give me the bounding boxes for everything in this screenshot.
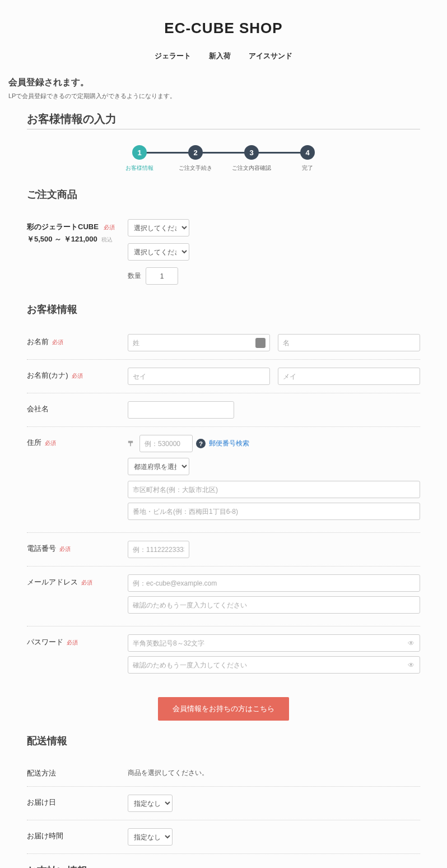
- postal-search-link[interactable]: 郵便番号検索: [209, 439, 249, 448]
- login-button[interactable]: 会員情報をお持ちの方はこちら: [158, 697, 289, 721]
- step-number: 4: [300, 145, 315, 160]
- step-label: ご注文手続き: [167, 164, 224, 172]
- postal-input[interactable]: [139, 435, 193, 452]
- nav-item[interactable]: アイスサンド: [249, 51, 292, 61]
- section-payment-title: お支払い情報: [27, 864, 420, 868]
- nav-item[interactable]: 新入荷: [209, 51, 231, 61]
- delivery-date-label: お届け日: [27, 797, 56, 807]
- help-icon[interactable]: ?: [196, 439, 206, 448]
- product-option-2-select[interactable]: 選択してください: [128, 243, 189, 261]
- eye-icon[interactable]: 👁: [408, 639, 415, 647]
- section-delivery-title: 配送情報: [27, 734, 420, 748]
- top-message-title: 会員登録されます。: [8, 77, 439, 89]
- page-title: お客様情報の入力: [27, 112, 420, 127]
- delivery-method-text: 商品を選択してください。: [128, 765, 420, 778]
- step-label: お客様情報: [111, 164, 167, 172]
- step-1: 1 お客様情報: [111, 145, 167, 172]
- kana-first-input[interactable]: [278, 368, 420, 385]
- qty-label: 数量: [128, 271, 141, 281]
- postal-symbol: 〒: [128, 439, 135, 449]
- required-badge: 必須: [45, 439, 56, 447]
- section-order-title: ご注文商品: [27, 188, 420, 201]
- name-label: お名前: [27, 337, 49, 347]
- delivery-time-label: お届け時間: [27, 831, 63, 841]
- step-number: 1: [132, 145, 147, 160]
- contact-icon: [255, 338, 266, 348]
- delivery-time-select[interactable]: 指定なし: [128, 828, 173, 846]
- tax-note: 税込: [101, 236, 113, 243]
- phone-input[interactable]: [128, 541, 189, 558]
- required-badge: 必須: [52, 338, 63, 346]
- product-price: ￥5,500 ～ ￥121,000: [27, 235, 97, 243]
- shop-title: EC-CUBE SHOP: [0, 20, 447, 37]
- email-confirm-input[interactable]: [128, 596, 420, 614]
- company-label: 会社名: [27, 404, 49, 414]
- password-label: パスワード: [27, 637, 63, 647]
- required-badge: 必須: [81, 579, 92, 587]
- step-2: 2 ご注文手続き: [167, 145, 224, 172]
- kana-last-input[interactable]: [128, 368, 270, 385]
- step-label: 完了: [280, 164, 336, 172]
- required-badge: 必須: [59, 545, 71, 553]
- section-customer-title: お客様情報: [27, 303, 420, 316]
- prefecture-select[interactable]: 都道府県を選択: [128, 458, 189, 475]
- last-name-input[interactable]: [128, 334, 270, 351]
- password-input[interactable]: [128, 634, 420, 652]
- step-number: 3: [244, 145, 259, 160]
- step-label: ご注文内容確認: [224, 164, 280, 172]
- divider: [27, 129, 420, 129]
- step-3: 3 ご注文内容確認: [224, 145, 280, 172]
- first-name-input[interactable]: [278, 334, 420, 351]
- product-option-1-select[interactable]: 選択してください: [128, 219, 189, 236]
- city-input[interactable]: [128, 481, 420, 498]
- password-confirm-input[interactable]: [128, 656, 420, 674]
- step-4: 4 完了: [280, 145, 336, 172]
- company-input[interactable]: [128, 401, 234, 419]
- required-badge: 必須: [72, 372, 83, 380]
- product-name: 彩のジェラートCUBE: [27, 222, 99, 231]
- email-input[interactable]: [128, 574, 420, 592]
- nav-item[interactable]: ジェラート: [155, 51, 191, 61]
- phone-label: 電話番号: [27, 544, 56, 554]
- street-input[interactable]: [128, 503, 420, 520]
- step-number: 2: [188, 145, 203, 160]
- top-message-body: LPで会員登録できるので定期購入ができるようになります。: [8, 92, 439, 100]
- nav: ジェラート 新入荷 アイスサンド: [0, 51, 447, 61]
- delivery-date-select[interactable]: 指定なし: [128, 795, 173, 812]
- kana-label: お名前(カナ): [27, 370, 68, 380]
- email-label: メールアドレス: [27, 577, 78, 587]
- required-badge: 必須: [104, 224, 115, 230]
- required-badge: 必須: [67, 639, 78, 647]
- delivery-method-label: 配送方法: [27, 768, 56, 778]
- qty-input[interactable]: [146, 267, 178, 285]
- address-label: 住所: [27, 438, 41, 448]
- stepper: 1 お客様情報 2 ご注文手続き 3 ご注文内容確認 4 完了: [27, 145, 420, 172]
- eye-icon[interactable]: 👁: [408, 661, 415, 669]
